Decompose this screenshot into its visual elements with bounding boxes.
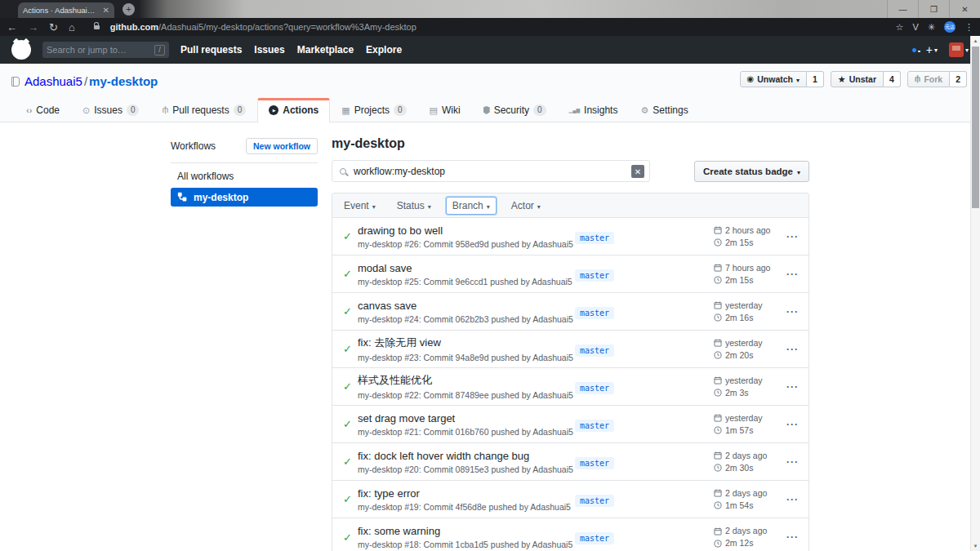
- kebab-menu-button[interactable]: [777, 531, 799, 543]
- workflow-run-row[interactable]: modal save my-desktop #25: Commit 9e6ccd…: [332, 256, 808, 293]
- url-text[interactable]: github.com/Adashuai5/my-desktop/actions?…: [110, 22, 416, 32]
- kebab-menu-button[interactable]: [777, 231, 799, 242]
- nav-explore[interactable]: Explore: [366, 44, 402, 56]
- kebab-menu-button[interactable]: [777, 494, 799, 505]
- sidebar-item-all-workflows[interactable]: All workflows: [171, 163, 318, 188]
- repo-tab[interactable]: Projects 0: [330, 98, 417, 122]
- repo-tab[interactable]: Actions: [257, 98, 330, 122]
- https-lock-icon[interactable]: [94, 25, 100, 29]
- run-title-link[interactable]: canvas save: [358, 300, 575, 312]
- browser-tab[interactable]: Actions · Adashuai5/my-deskt ✕: [18, 2, 114, 18]
- workflow-run-row[interactable]: fix: 去除无用 view my-desktop #23: Commit 94…: [332, 331, 808, 368]
- window-minimize-button[interactable]: —: [887, 0, 918, 18]
- run-title-link[interactable]: 样式及性能优化: [358, 373, 575, 388]
- kebab-menu-button[interactable]: [777, 381, 799, 393]
- repo-action-count[interactable]: 2: [950, 71, 967, 87]
- branch-badge[interactable]: master: [575, 269, 614, 282]
- run-title-link[interactable]: set drag move target: [358, 412, 575, 424]
- branch-badge[interactable]: master: [575, 232, 614, 244]
- nav-pull-requests[interactable]: Pull requests: [180, 44, 242, 56]
- filter-dropdown[interactable]: Event: [337, 197, 382, 215]
- repo-tab[interactable]: Pull requests 0: [150, 98, 257, 122]
- repo-action-button[interactable]: Unstar: [831, 71, 884, 87]
- kebab-menu-button[interactable]: [777, 269, 799, 280]
- new-workflow-button[interactable]: New workflow: [246, 138, 318, 154]
- repo-action-group: Fork 2: [907, 71, 967, 87]
- kebab-menu-button[interactable]: [777, 306, 799, 318]
- filter-dropdown[interactable]: Branch: [446, 197, 497, 215]
- branch-badge[interactable]: master: [575, 420, 614, 432]
- workflow-run-row[interactable]: fix: some warning my-desktop #18: Commit…: [332, 518, 808, 551]
- extension-snowflake-icon[interactable]: ✳: [928, 22, 935, 33]
- repo-tab[interactable]: Insights: [558, 98, 630, 122]
- forward-icon[interactable]: →: [28, 22, 38, 33]
- repo-action-button[interactable]: Unwatch: [740, 71, 808, 87]
- repo-tab[interactable]: Security 0: [472, 98, 558, 122]
- run-title-link[interactable]: drawing to bo well: [358, 224, 575, 237]
- page-scrollbar[interactable]: ▲ ▼: [970, 36, 980, 551]
- workflow-run-row[interactable]: canvas save my-desktop #24: Commit 062b2…: [332, 293, 808, 331]
- scrollbar-up-arrow[interactable]: ▲: [971, 36, 980, 46]
- branch-badge[interactable]: master: [575, 344, 614, 357]
- run-title-link[interactable]: fix: 去除无用 view: [358, 335, 575, 350]
- workflow-run-row[interactable]: set drag move target my-desktop #21: Com…: [332, 406, 808, 443]
- repo-tab-label: Settings: [653, 104, 688, 116]
- branch-badge[interactable]: master: [575, 307, 614, 319]
- extension-translate-icon[interactable]: 元达: [944, 21, 956, 33]
- sidebar-item-my-desktop[interactable]: my-desktop: [171, 188, 318, 207]
- workflow-run-row[interactable]: fix: type error my-desktop #19: Commit 4…: [332, 481, 808, 518]
- runs-search-input[interactable]: workflow:my-desktop ✕: [332, 160, 650, 182]
- repo-action-button[interactable]: Fork: [907, 71, 950, 87]
- create-status-badge-button[interactable]: Create status badge: [694, 161, 809, 182]
- repo-name-link[interactable]: my-desktop: [89, 74, 158, 88]
- user-menu[interactable]: ▾: [949, 42, 969, 57]
- workflow-run-row[interactable]: fix: dock left hover width change bug my…: [332, 443, 808, 481]
- repo-tab[interactable]: Settings: [629, 98, 699, 122]
- scrollbar-thumb[interactable]: [972, 47, 979, 208]
- calendar-icon: [714, 414, 722, 422]
- workflow-run-row[interactable]: 样式及性能优化 my-desktop #22: Commit 87489ee p…: [332, 368, 808, 406]
- kebab-menu-button[interactable]: [777, 456, 799, 468]
- branch-badge[interactable]: master: [575, 495, 614, 507]
- run-title-link[interactable]: fix: dock left hover width change bug: [358, 450, 575, 462]
- chevron-down-icon: [537, 200, 541, 211]
- run-title-link[interactable]: fix: type error: [358, 487, 575, 500]
- filter-label: Branch: [452, 200, 483, 211]
- browser-menu-icon[interactable]: ⋮: [964, 22, 973, 33]
- repo-tab-count: 0: [127, 104, 140, 116]
- run-title-link[interactable]: modal save: [358, 262, 575, 274]
- kebab-menu-button[interactable]: [777, 419, 799, 430]
- repo-tab-icon: [640, 106, 648, 115]
- repo-action-count[interactable]: 1: [807, 71, 824, 87]
- repo-owner-link[interactable]: Adashuai5: [24, 74, 82, 88]
- new-tab-button[interactable]: +: [122, 3, 135, 16]
- kebab-menu-button[interactable]: [777, 344, 799, 355]
- window-close-button[interactable]: ✕: [949, 0, 980, 18]
- global-search-input[interactable]: Search or jump to… /: [42, 42, 169, 58]
- run-title-link[interactable]: fix: some warning: [358, 525, 575, 537]
- window-maximize-button[interactable]: ❐: [918, 0, 949, 18]
- branch-badge[interactable]: master: [575, 532, 614, 544]
- scrollbar-down-arrow[interactable]: ▼: [971, 541, 980, 551]
- nav-issues[interactable]: Issues: [254, 44, 284, 56]
- back-icon[interactable]: ←: [7, 22, 17, 33]
- github-logo-icon[interactable]: [11, 40, 31, 60]
- bookmark-star-icon[interactable]: ☆: [896, 22, 904, 33]
- create-new-menu[interactable]: +▾: [926, 43, 938, 56]
- filter-dropdown[interactable]: Actor: [505, 197, 547, 215]
- repo-action-count[interactable]: 4: [884, 71, 901, 87]
- branch-badge[interactable]: master: [575, 457, 614, 469]
- branch-badge[interactable]: master: [575, 382, 614, 394]
- workflow-run-row[interactable]: drawing to bo well my-desktop #26: Commi…: [332, 218, 808, 256]
- nav-marketplace[interactable]: Marketplace: [297, 44, 354, 56]
- repo-tab[interactable]: Wiki: [418, 98, 472, 122]
- repo-tab[interactable]: Issues 0: [71, 98, 150, 122]
- tab-close-icon[interactable]: ✕: [103, 7, 109, 15]
- home-icon[interactable]: ⌂: [69, 22, 75, 33]
- filter-dropdown[interactable]: Status: [390, 197, 438, 215]
- clear-search-button[interactable]: ✕: [631, 165, 644, 178]
- reload-icon[interactable]: ↻: [49, 22, 58, 33]
- extension-v-icon[interactable]: V: [912, 22, 918, 32]
- repo-tab[interactable]: Code: [15, 98, 71, 122]
- url-host: github.com: [110, 22, 158, 32]
